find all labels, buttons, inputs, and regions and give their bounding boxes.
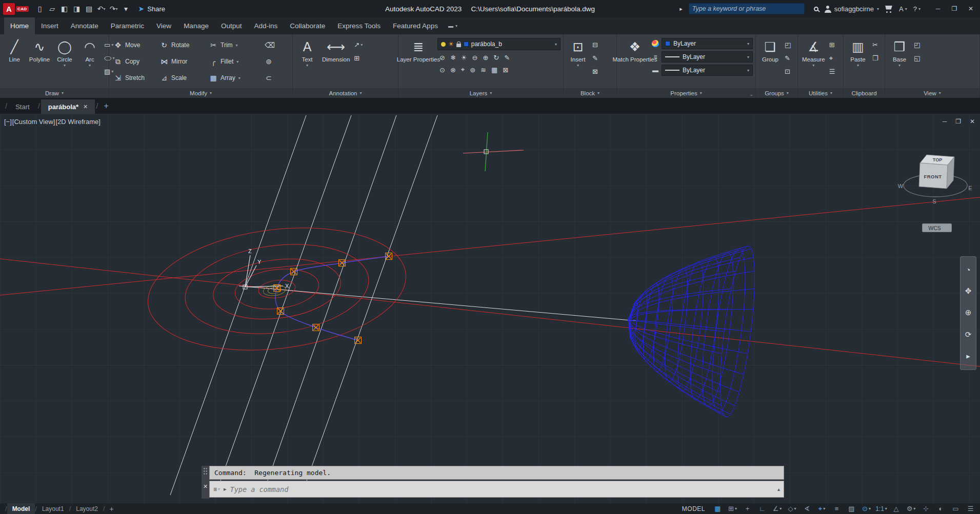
parallel-line-2[interactable] [215,115,351,495]
layout-tab-layout1[interactable]: Layout1 [37,503,69,514]
help-menu[interactable]: ? ▾ [913,5,921,13]
panel-label-properties[interactable]: Properties▾ [617,88,755,98]
save-button[interactable]: ◧ [58,2,71,15]
layer-isolate-button[interactable]: ⊖ [472,52,477,63]
search-input[interactable] [692,5,801,12]
text-button[interactable]: AText▾ [295,36,319,88]
measure-button[interactable]: ∡Measure▾ [801,36,827,88]
chevron-right-icon[interactable]: ▸ [679,6,683,12]
array-button[interactable]: ▦Array▾ [207,70,261,86]
drawing-canvas[interactable]: XYZ [0,114,980,503]
clean-screen-toggle[interactable]: ▭ [948,503,963,514]
named-views-button[interactable]: ◱ [913,53,921,64]
layer-off-button[interactable]: ⊘ [439,52,445,63]
block-attributes-button[interactable]: ⊠ [591,66,599,77]
new-layout-button[interactable]: + [105,505,118,513]
parallel-line-4[interactable] [302,115,437,495]
layer-unisolate-button[interactable]: ⊕ [483,52,488,63]
layer-properties-button[interactable]: ≣Layer Properties [401,36,436,88]
arc-button[interactable]: ◠Arc▾ [78,36,102,88]
maximize-button[interactable]: ❐ [946,0,963,17]
parallel-line-3[interactable] [263,115,396,495]
panel-label-block[interactable]: Block▾ [564,88,616,98]
ribbon-tab-home[interactable]: Home [4,17,35,34]
fillet-button[interactable]: ╭Fillet▾ [207,53,261,70]
quick-select-button[interactable]: ☰ [828,66,836,77]
isodraft-toggle[interactable]: ◇▾ [785,503,799,514]
ungroup-button[interactable]: ◰ [784,39,792,50]
ribbon-tab-manage[interactable]: Manage [177,17,215,34]
close-icon[interactable]: ✕ [203,483,208,490]
autodesk-apps-menu[interactable]: A ▾ [899,5,907,13]
dialog-launcher-icon[interactable]: ⌄ [749,92,753,97]
ribbon-tab-add-ins[interactable]: Add-ins [248,17,284,34]
cut-button[interactable]: ✂ [871,39,879,50]
layer-freeze-button[interactable]: ❄ [450,52,456,63]
ribbon-tab-insert[interactable]: Insert [35,17,65,34]
viewcube-west-label[interactable]: W [898,183,904,189]
object-snap-toggle[interactable]: ⌖▾ [814,503,829,514]
annotation-monitor-toggle[interactable]: ⊹ [918,503,933,514]
move-button[interactable]: ✥Move [112,37,156,53]
ribbon-tab-express-tools[interactable]: Express Tools [331,17,387,34]
make-current-button[interactable]: ⌖ [461,65,465,75]
viewport-close-icon[interactable]: ✕ [970,118,975,125]
viewport-restore-icon[interactable]: ❐ [955,118,961,125]
command-customize-button[interactable]: ≡ ▾ [213,486,220,493]
polar-tracking-toggle[interactable]: ∠▾ [770,503,785,514]
panel-label-modify[interactable]: Modify▾ [109,88,292,98]
parallel-line-1[interactable] [170,115,306,495]
object-color-dropdown[interactable]: ByLayer▾ [662,38,753,49]
ribbon-tab-featured-apps[interactable]: Featured Apps [387,17,444,34]
viewport-minimize-icon[interactable]: ─ [943,118,947,125]
command-history-toggle-icon[interactable]: ▴ [777,486,780,492]
annotation-scale-control[interactable]: 1:1▾ [874,503,889,514]
new-file-button[interactable]: ▯ [34,2,46,15]
layer-states-button[interactable]: ▦ [491,65,497,75]
layer-on-button[interactable]: ☀ [461,52,467,63]
transparency-toggle[interactable]: ▨ [844,503,859,514]
layer-match-button[interactable]: ✎ [504,52,510,63]
search-icon[interactable] [814,7,818,11]
redo-button[interactable]: ↷▾ [108,2,120,15]
polyline-button[interactable]: ∿Polyline [28,36,51,88]
panel-label-groups[interactable]: Groups▾ [756,88,797,98]
osnap-tracking-toggle[interactable]: ∢ [799,503,814,514]
trim-button[interactable]: ✂Trim▾ [207,37,261,53]
panel-label-annotation[interactable]: Annotation▾ [293,88,398,98]
wcs-dropdown[interactable]: WCS ▾ [922,223,952,232]
construction-line-red-2[interactable] [0,259,980,366]
ribbon-tab-parametric[interactable]: Parametric [105,17,150,34]
quick-calc-button[interactable]: ⊞ [828,39,836,50]
circle-button[interactable]: ◯Circle▾ [53,36,76,88]
layout-tab-layout2[interactable]: Layout2 [71,503,103,514]
plot-button[interactable]: ▤ [83,2,95,15]
base-button[interactable]: ❒Base▾ [888,36,911,88]
construction-line-red-1[interactable] [0,197,980,295]
palette-title-strip[interactable]: ✕ [202,466,209,499]
undo-button[interactable]: ↶▾ [95,2,108,15]
erase-button[interactable]: ⌫ [263,37,279,53]
lineweight-toggle[interactable]: ≡ [829,503,844,514]
viewport-config-button[interactable]: ◰ [913,39,921,50]
viewport-visual-style-control[interactable]: [2D Wireframe] [55,118,100,126]
paste-button[interactable]: ▥Paste▾ [846,36,870,88]
ribbon-display-toggle[interactable]: ▬▾ [448,17,457,34]
annotation-visibility-toggle[interactable]: △ [889,503,904,514]
orbit-icon[interactable]: ⟳ [965,330,972,339]
panel-label-draw[interactable]: Draw▾ [0,88,109,98]
palette-grip[interactable] [203,467,208,475]
group-selection-button[interactable]: ⊡ [784,66,792,77]
account-menu[interactable]: sofiaggbcirne ▾ [825,5,879,13]
ribbon-tab-annotate[interactable]: Annotate [65,17,105,34]
layer-dropdown[interactable]: ☀parábola_b▾ [437,38,561,50]
selection-cycling-toggle[interactable]: ⊙▾ [859,503,874,514]
cart-icon[interactable] [885,6,893,11]
file-tab-par-bola[interactable]: parábola*✕ [41,99,95,114]
edit-block-button[interactable]: ✎ [591,53,599,64]
offset-button[interactable]: ⊚ [263,53,279,70]
viewport-minimize-control[interactable]: [−] [4,118,12,126]
command-input[interactable] [230,485,774,494]
rotate-button[interactable]: ↻Rotate [158,37,205,53]
stretch-button[interactable]: ⇲Stretch [112,70,156,86]
